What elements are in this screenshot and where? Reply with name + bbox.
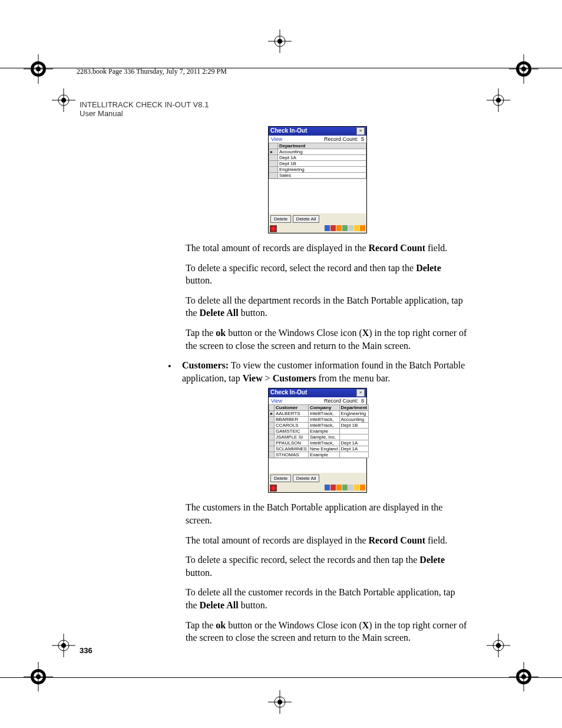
window-title: Check In-Out bbox=[270, 389, 307, 397]
col-customer: Customer bbox=[275, 405, 309, 411]
body-paragraph: Tap the ok button or the Windows Close i… bbox=[186, 619, 468, 644]
table-cell[interactable]: Accounting bbox=[339, 417, 368, 423]
row-selector[interactable] bbox=[269, 161, 278, 167]
registration-mark-icon bbox=[268, 690, 292, 714]
col-department: Department bbox=[278, 143, 366, 149]
table-cell[interactable]: Sales bbox=[278, 173, 366, 179]
row-selector[interactable] bbox=[269, 429, 275, 434]
body-paragraph: To delete all the customer records in th… bbox=[186, 586, 468, 611]
table-cell[interactable]: IntelliTrack, bbox=[308, 411, 339, 417]
screenshot-customers: Check In-Out × View Record Count: 8 Cust… bbox=[268, 388, 367, 493]
system-tray bbox=[325, 225, 365, 232]
registration-mark-icon bbox=[487, 634, 510, 657]
row-selector[interactable]: ▸ bbox=[269, 411, 275, 417]
table-cell[interactable]: Engineering bbox=[278, 167, 366, 173]
registration-mark-icon bbox=[52, 634, 75, 657]
table-cell[interactable]: Dept 1B bbox=[339, 423, 368, 429]
registration-mark-icon bbox=[509, 54, 538, 84]
table-cell[interactable]: GAMSTEIC bbox=[275, 429, 309, 434]
start-icon[interactable] bbox=[270, 485, 277, 492]
table-cell[interactable]: New England bbox=[308, 446, 339, 452]
customers-table: CustomerCompanyDepartment ▸AALBERTSIntel… bbox=[269, 404, 369, 458]
table-cell[interactable]: AALBERTS bbox=[275, 411, 309, 417]
table-cell[interactable] bbox=[339, 429, 368, 434]
body-paragraph: Tap the ok button or the Windows Close i… bbox=[186, 327, 468, 352]
table-cell[interactable]: Dept 1A bbox=[278, 155, 366, 161]
body-paragraph: To delete a specific record, select the … bbox=[186, 262, 468, 287]
table-cell[interactable] bbox=[339, 452, 368, 458]
doc-subtitle: User Manual bbox=[80, 109, 468, 118]
table-cell[interactable]: CCAROLS bbox=[275, 423, 309, 429]
body-paragraph: The total amount of records are displaye… bbox=[186, 242, 468, 255]
row-selector[interactable] bbox=[269, 423, 275, 429]
table-cell[interactable]: Accounting bbox=[278, 149, 366, 155]
row-selector[interactable] bbox=[269, 446, 275, 452]
table-cell[interactable]: SCLAMMINES bbox=[275, 446, 309, 452]
delete-button[interactable]: Delete bbox=[270, 475, 291, 482]
screenshot-department: Check In-Out × View Record Count: 5 Depa… bbox=[268, 126, 367, 233]
delete-all-button[interactable]: Delete All bbox=[293, 475, 320, 482]
registration-mark-icon bbox=[24, 662, 53, 691]
table-cell[interactable] bbox=[339, 434, 368, 440]
record-count: Record Count: 8 bbox=[324, 398, 364, 404]
row-selector[interactable] bbox=[269, 173, 278, 179]
registration-mark-icon bbox=[24, 54, 53, 84]
table-cell[interactable]: Dept 1B bbox=[278, 161, 366, 167]
close-icon[interactable]: × bbox=[356, 389, 365, 397]
registration-mark-icon bbox=[509, 662, 538, 691]
department-table: Department ▸Accounting Dept 1A Dept 1B E… bbox=[269, 143, 366, 179]
row-selector[interactable]: ▸ bbox=[269, 149, 278, 155]
row-selector[interactable] bbox=[269, 155, 278, 161]
table-cell[interactable]: Sample, Inc. bbox=[308, 434, 339, 440]
delete-all-button[interactable]: Delete All bbox=[293, 215, 320, 223]
row-selector[interactable] bbox=[269, 440, 275, 446]
row-selector[interactable] bbox=[269, 434, 275, 440]
table-cell[interactable]: Example bbox=[308, 429, 339, 434]
registration-mark-icon bbox=[268, 29, 292, 53]
row-selector[interactable] bbox=[269, 417, 275, 423]
record-count: Record Count: 5 bbox=[324, 136, 364, 142]
table-cell[interactable]: Example bbox=[308, 452, 339, 458]
table-cell[interactable]: Dept 1A bbox=[339, 440, 368, 446]
bullet-icon: • bbox=[168, 359, 182, 373]
system-tray bbox=[325, 485, 365, 492]
start-icon[interactable] bbox=[270, 225, 277, 232]
registration-mark-icon bbox=[487, 88, 510, 112]
page-header: 2283.book Page 336 Thursday, July 7, 201… bbox=[77, 67, 485, 77]
doc-title: INTELLITRACK CHECK IN-OUT V8.1 bbox=[80, 100, 468, 109]
close-icon[interactable]: × bbox=[356, 127, 365, 135]
col-company: Company bbox=[308, 405, 339, 411]
registration-mark-icon bbox=[52, 88, 75, 112]
table-cell[interactable]: IntelliTrack, bbox=[308, 440, 339, 446]
window-title: Check In-Out bbox=[270, 127, 307, 135]
body-paragraph: The customers in the Batch Portable appl… bbox=[186, 501, 468, 526]
body-paragraph: The total amount of records are displaye… bbox=[186, 534, 468, 547]
table-cell[interactable]: JSAMPLE SI bbox=[275, 434, 309, 440]
table-cell[interactable]: PPAULSON bbox=[275, 440, 309, 446]
table-cell[interactable]: Engineering bbox=[339, 411, 368, 417]
table-cell[interactable]: BBARBER bbox=[275, 417, 309, 423]
menu-view[interactable]: View bbox=[271, 136, 282, 142]
table-cell[interactable]: Dept 1A bbox=[339, 446, 368, 452]
bullet-item: • Customers: To view the customer inform… bbox=[168, 359, 468, 384]
frame-line bbox=[0, 677, 562, 678]
row-selector[interactable] bbox=[269, 452, 275, 458]
table-cell[interactable]: IntelliTrack, bbox=[308, 417, 339, 423]
col-department: Department bbox=[339, 405, 368, 411]
delete-button[interactable]: Delete bbox=[270, 215, 291, 223]
menu-view[interactable]: View bbox=[271, 398, 282, 404]
body-paragraph: To delete a specific record, select the … bbox=[186, 554, 468, 579]
table-cell[interactable]: STHOMAS bbox=[275, 452, 309, 458]
body-paragraph: To delete all the department records in … bbox=[186, 294, 468, 319]
row-selector[interactable] bbox=[269, 167, 278, 173]
page-number: 336 bbox=[80, 646, 92, 655]
table-cell[interactable]: IntelliTrack, bbox=[308, 423, 339, 429]
